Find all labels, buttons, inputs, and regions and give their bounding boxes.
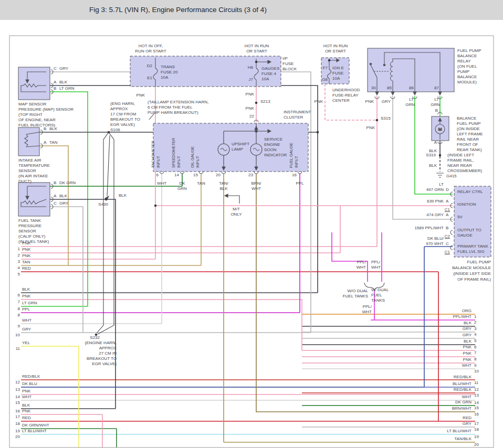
wire-number: 2 (474, 321, 476, 325)
wire-number: 17 (15, 415, 20, 419)
wire-color-label: PNK (463, 351, 471, 356)
fuse1-header: HOT IN OFF, (139, 44, 163, 48)
wire-number: 4 (18, 266, 20, 270)
module-pin: B (446, 226, 448, 230)
cluster-pin-number: 15 (193, 173, 198, 177)
module-conn: C1 (445, 250, 450, 254)
module-wire: 1589 PPL/WHT (414, 226, 444, 230)
pump-label: BALANCE (457, 116, 476, 121)
drawing-border (9, 36, 494, 447)
wire-number: 8 (474, 357, 476, 361)
relay-pin-connectors (375, 97, 442, 99)
wire-color-label: RED/BLK (454, 375, 471, 379)
wire-number: 3 (18, 260, 20, 264)
fuse2-header2: OR START (246, 49, 267, 54)
cluster-pin-connector (199, 172, 203, 174)
w-dual-tanks-label: W/ DUAL (371, 288, 389, 292)
wire-number: 14 (474, 401, 479, 405)
cluster-wire-label: DK (179, 182, 185, 186)
tanks-below-wire: PPL/ (363, 305, 372, 309)
module-wire-pre: DK BLU/ (427, 237, 444, 241)
wire-number: 16 (474, 412, 479, 417)
wire-number: 9 (18, 324, 20, 328)
wire-color-label: RED/BLK (22, 375, 40, 379)
wire-tag-ltgrn2: GRN (431, 103, 440, 107)
cluster-pin-connector (160, 172, 164, 174)
s106-note: (ENG HARN, (110, 102, 135, 106)
wire-color-label: GRY (463, 422, 471, 426)
wire-number: 7 (474, 351, 476, 355)
splice-s430: S430 (98, 202, 108, 207)
fuse1-pin-bottom: E1 (147, 76, 152, 80)
wire-color-label: TAN/BLK (454, 437, 471, 441)
cluster-input-label: INPUT (294, 156, 299, 168)
wire-number: 8 (18, 313, 20, 317)
wire-number: 13 (15, 388, 20, 392)
splice-s319: S319 (426, 153, 436, 157)
wire-tag-pnk: PNK (246, 92, 254, 97)
ign-label2: FUSE (332, 71, 343, 76)
cluster-wire-label: WHT (157, 182, 166, 186)
wire-color-label: BLK (22, 287, 30, 292)
fuse2-label2: FUSE 4 (261, 72, 276, 76)
component-boxes (9, 36, 494, 447)
wire-color-label: RED (463, 416, 471, 420)
wire-color-label: BLK (22, 403, 30, 408)
iat-pin-b: B (44, 127, 46, 131)
wire-number: 5 (474, 339, 476, 343)
wire-tag-pnk: PNK (366, 126, 375, 130)
wire-number: 6 (474, 345, 476, 349)
wire-color-label: WHT (462, 395, 471, 399)
wire-tag-ltgrn: LT (409, 98, 414, 102)
wire-color-label: WHT (22, 395, 32, 399)
wire-color-label: DK GRN (455, 400, 471, 404)
wire-color-label: LT GRN (22, 301, 37, 305)
wire-color-label: DK BLU (22, 382, 37, 386)
wire-color-label: BRN/WHT (452, 407, 471, 411)
relay-pin-30: 30 (371, 86, 376, 90)
wire-color-label: PNK (463, 358, 471, 362)
cluster-input-label: SPEEDOMETER (171, 137, 176, 168)
splice-s232: S232 (90, 336, 100, 340)
wire-tag-pnk: PNK (246, 106, 254, 111)
upshift-lamp-label: UPSHIFT (232, 142, 249, 146)
motor-letter: M (438, 127, 442, 132)
fuse1-label: TRANS (161, 65, 175, 69)
cluster-pin-number: 6 (156, 173, 159, 177)
mt-only-label: M/T (233, 207, 240, 211)
module-pin: A (446, 213, 448, 217)
map-pin-b: B (54, 87, 56, 91)
wire-number: 20 (474, 443, 479, 447)
cluster-pin-connector (222, 172, 226, 174)
fuse1-pin-top: D2 (147, 64, 152, 68)
module-wire: 474 GRY (426, 213, 444, 217)
wire-color-label: RED (22, 416, 31, 420)
wire-number: 19 (474, 435, 479, 439)
cluster-wire-label: WHT (252, 187, 261, 191)
cluster-pin-number: 23 (248, 173, 253, 177)
splice-s315: S315 (381, 116, 391, 121)
ign-header2: OR START (325, 49, 346, 54)
cluster-pin-connector (180, 172, 184, 174)
wire-tag-blk: BLK (119, 194, 127, 198)
fuse2-header: HOT IN RUN (245, 44, 269, 48)
wire-color-label: LT BLU/WHT (22, 429, 47, 433)
wo-dual-tanks-label: W/O DUAL (347, 289, 368, 293)
wire-color-label: PNK (463, 345, 471, 349)
cluster-label: INSTRUMENT (284, 110, 311, 114)
module-row-label: IGNITION (457, 202, 476, 207)
wire-number: 13 (474, 393, 479, 398)
ftp-pin-a: A (54, 194, 56, 198)
cluster-pin-number: 16 (292, 173, 297, 177)
ign-header: HOT IN RUN (323, 44, 348, 48)
wire-number: 1 (474, 315, 476, 319)
wire-number: 8 (18, 307, 20, 311)
ip-fuse-block-label: I/P (282, 57, 288, 61)
wire-color-label: LT BLU/WHT (447, 429, 471, 433)
module-wire: 497 GRN (426, 188, 444, 192)
splice-s213: S213 (260, 100, 270, 104)
splice-s106: S106 (110, 128, 120, 132)
ses-indicator-label: SERVICE (264, 137, 282, 142)
cluster-input-label: INPUT (156, 156, 161, 168)
module-row-label: PRIMARY TANK (457, 244, 488, 249)
